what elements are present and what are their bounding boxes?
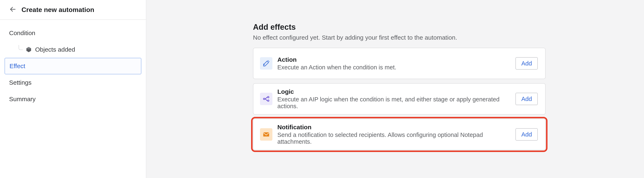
nav-label: Condition [9,29,35,36]
wand-icon [260,57,272,70]
card-desc: Send a notification to selected recipien… [277,132,516,145]
sidebar-title: Create new automation [22,6,94,14]
sidebar-nav: Condition Objects added Effect Settings … [0,20,146,107]
nav-label: Settings [9,79,32,86]
sidebar-header: Create new automation [0,0,146,20]
nav-label: Summary [9,96,36,103]
effect-card-logic: Logic Execute an AIP logic when the cond… [253,83,546,115]
nav-sublabel: Objects added [35,46,75,53]
card-desc: Execute an AIP logic when the condition … [277,96,516,110]
nav-subitem-objects-added[interactable]: Objects added [4,41,141,58]
card-title: Logic [277,88,516,95]
cube-icon [26,46,32,53]
nav-item-condition[interactable]: Condition [4,25,141,41]
card-title: Action [277,56,516,63]
envelope-icon [260,128,272,141]
arrow-left-icon [9,6,16,14]
add-notification-button[interactable]: Add [516,128,538,141]
page-subtitle: No effect configured yet. Start by addin… [253,34,546,41]
effect-card-action: Action Execute an Action when the condit… [253,48,546,79]
nav-item-settings[interactable]: Settings [4,74,141,91]
nav-item-summary[interactable]: Summary [4,91,141,107]
sidebar: Create new automation Condition Objects … [0,0,146,178]
card-desc: Execute an Action when the condition is … [277,64,516,71]
nav-item-effect[interactable]: Effect [4,58,141,74]
card-text-wrap: Action Execute an Action when the condit… [277,56,516,71]
branch-icon [260,93,272,105]
card-title: Notification [277,124,516,131]
back-button[interactable] [9,5,17,14]
card-text-wrap: Notification Send a notification to sele… [277,124,516,145]
add-action-button[interactable]: Add [516,57,538,70]
tree-connector-icon [18,45,23,50]
effect-card-notification: Notification Send a notification to sele… [253,119,546,150]
add-logic-button[interactable]: Add [516,93,538,105]
page-title: Add effects [253,23,546,32]
card-text-wrap: Logic Execute an AIP logic when the cond… [277,88,516,110]
nav-label: Effect [10,63,25,70]
content-column: Add effects No effect configured yet. St… [253,23,546,178]
svg-rect-4 [263,132,269,137]
main-content: Add effects No effect configured yet. St… [146,0,644,178]
